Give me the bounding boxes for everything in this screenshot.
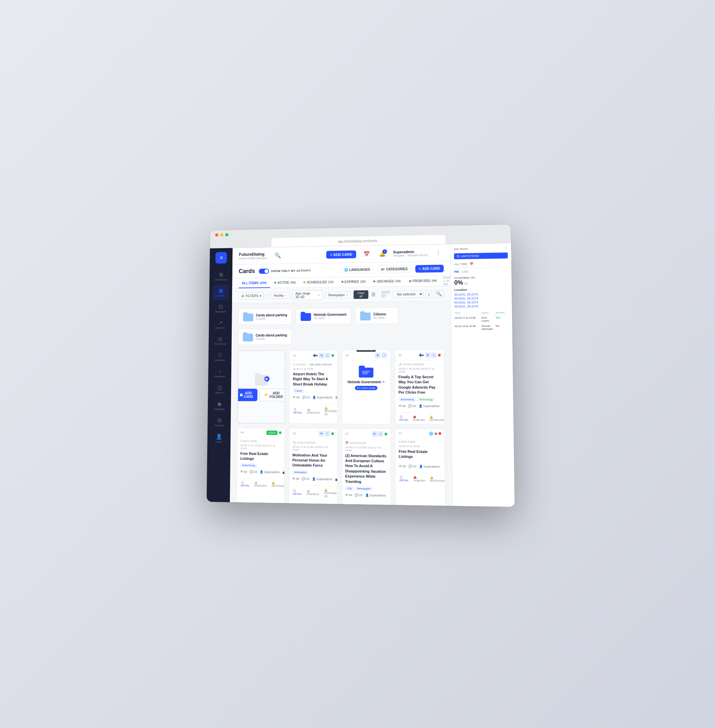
action-statistic-info[interactable]: 📊 STATISTIC [253, 481, 269, 488]
tab-scheduled[interactable]: SCHEDULED (23) [300, 277, 336, 287]
sort-direction-button[interactable]: ↓ [426, 290, 432, 297]
tab-all-count: (299) [260, 281, 267, 284]
coord-4[interactable]: 50.6231, 26.2274 [454, 304, 508, 308]
type-icon-scale: 📏 [293, 441, 296, 444]
action-notifications-info2[interactable]: 🔔 NOTIFICATIONS [428, 476, 445, 484]
plus-icon: + [419, 267, 421, 270]
filter-chip-newspaper[interactable]: Newspaper × [325, 291, 351, 298]
analytics-icon: ⬡ [218, 352, 222, 358]
action-publish-short[interactable]: 📤 PUBLISH [412, 414, 426, 422]
clear-all-button[interactable]: Clear all [353, 290, 368, 299]
sidebar-item-users[interactable]: 👤 Users [211, 430, 228, 446]
sidebar-item-dashboard[interactable]: ⊞ Dashboard [213, 268, 229, 284]
action-detail-scale[interactable]: 📋 DETAIL [292, 487, 303, 498]
sidebar-item-retention[interactable]: ↕ Retention [211, 365, 228, 381]
toggle-track[interactable] [259, 268, 269, 274]
si-d2: + [378, 431, 383, 437]
folder-card-citizens[interactable]: Citizens 99 cards [355, 307, 398, 324]
sidebar-item-reports[interactable]: ⊟ Reports [211, 414, 228, 430]
add-card-button-empty[interactable]: ▣ ADD CARD [237, 389, 258, 401]
search-button[interactable]: 🔍 [275, 252, 281, 258]
cards-inside-badge: 23 Cards inside [355, 386, 378, 390]
action-detail-info[interactable]: 📋 DETAIL [239, 480, 251, 488]
sort-select[interactable]: Not selected [392, 290, 424, 297]
card-number-info2: 41 [398, 431, 402, 434]
card-number-short: 39 [398, 353, 401, 357]
action-detail-short[interactable]: 📋 DETAIL [398, 414, 410, 422]
action-statistic-date[interactable]: 📊 STATISTIC [358, 503, 374, 506]
folder-card-helsinki[interactable]: Helsinki Government 33 cards [296, 308, 351, 325]
more-menu-button[interactable]: ⋮ [433, 247, 444, 258]
browser-dots [215, 228, 505, 237]
filters-button[interactable]: ⚙ FILTERS ▾ [238, 292, 264, 299]
chip-remove-newspaper[interactable]: × [346, 293, 348, 297]
folder-card-parking1[interactable]: Cards about parking 0 cards [238, 308, 292, 325]
delete-icon[interactable]: 🗑 [371, 291, 376, 297]
row2-name: Roman Stelmakh [482, 324, 495, 330]
stat-comments-short: 💬 23 [408, 404, 416, 407]
line-tab[interactable]: LINE [462, 270, 468, 273]
all-time-tab[interactable]: ALL TIME [454, 262, 468, 266]
action-detail-info2[interactable]: 📋 DETAIL [398, 475, 410, 482]
card-body-scale: 📏 SCALE RANGE 18.09.17 at 15:58–18.09.17… [289, 438, 337, 485]
limitations-button[interactable]: ⚙ LIMITATIONS [454, 252, 508, 259]
add-card-button[interactable]: + ADD CARD [415, 264, 443, 272]
action-notifications-info[interactable]: 🔔 NOTIFICATIONS [270, 481, 285, 488]
tab-active[interactable]: ACTIVE (99) [271, 278, 299, 288]
action-notifications-short[interactable]: 🔔 NOTIFICATIONS [428, 414, 445, 422]
coord-1[interactable]: 50.6231, 26.2274 [454, 292, 508, 296]
action-statistic-yesno[interactable]: 📊 STATISTIC [306, 406, 321, 416]
action-statistic-scale[interactable]: 📊 STATISTIC [305, 487, 321, 498]
nav-add-card-button[interactable]: + ADD CARD [326, 250, 356, 258]
languages-button[interactable]: 🌐 LANGUAGES [340, 266, 374, 274]
tab-archived[interactable]: ARCHIVED (39) [370, 276, 404, 286]
action-notified-scale[interactable]: 🔔 NOTIFIED (4) [323, 488, 338, 498]
categories-button[interactable]: 🏷 CATEGORIES [378, 265, 411, 273]
sidebar-item-analytics[interactable]: ⬡ Analytics [211, 349, 228, 364]
calendar-button[interactable]: 📅 [362, 249, 372, 259]
sidebar-item-metrics[interactable]: ◫ Metrics [211, 381, 228, 397]
tab-expired[interactable]: EXPIRED (39) [338, 277, 369, 287]
chip-remove-age[interactable]: × [318, 293, 320, 297]
card-stats-info: 👁 69 💬 23 👤 Superadmin 📷 ⊡ [240, 470, 281, 474]
action-detail-yesno[interactable]: 📋 DETAIL [292, 406, 303, 416]
action-detail-date[interactable]: 📋 DETAIL [345, 503, 356, 506]
tab-from-rss[interactable]: ⊕ FROM RSS (99) [405, 276, 440, 286]
sidebar-label-dashboard: Dashboard [215, 278, 228, 281]
chip-remove-yesno[interactable]: × [285, 294, 287, 297]
type-icons-date: ✚ + [372, 431, 383, 436]
sidebar-item-rss[interactable]: ◎ RSS Feed [212, 333, 229, 348]
sidebar-item-open-dl[interactable]: ↗ Open DL [212, 317, 229, 332]
filter-chip-age[interactable]: Age range 30–60 × [292, 290, 323, 300]
minimize-dot[interactable] [220, 233, 223, 236]
sidebar-logo[interactable]: ≡ [216, 252, 227, 264]
maximize-dot[interactable] [225, 233, 228, 236]
pie-tab[interactable]: PIE [454, 270, 459, 273]
user-profile[interactable]: Superadmin Tampere · Tampere Room [393, 249, 427, 257]
row1-name: Emo Launo [481, 316, 494, 322]
tab-all-items[interactable]: ALL ITEMS (299) [239, 278, 270, 288]
filter-chip-yesno[interactable]: Yes/No × [271, 292, 290, 298]
coord-3[interactable]: 50.6231, 26.2274 [454, 300, 508, 304]
coord-2[interactable]: 50.6231, 26.2274 [454, 296, 508, 300]
activity-toggle[interactable]: SHOW ONLY MY ACTIVITY [259, 268, 311, 274]
folder-card-parking2[interactable]: Cards about parking 0 cards [238, 328, 292, 345]
sidebar-item-feedback[interactable]: ⊡ Feedback [212, 300, 229, 316]
chip-label-newspaper: Newspaper [328, 293, 345, 297]
add-folder-button[interactable]: 📁 ADD FOLDER [259, 389, 286, 401]
sidebar-item-cards[interactable]: ▣ Cards [213, 284, 229, 300]
close-dot[interactable] [215, 233, 219, 237]
action-publish-info2[interactable]: 📤 PUBLISH [412, 475, 426, 483]
search-filter-button[interactable]: 🔍 [434, 290, 444, 297]
action-notified-yesno[interactable]: 🔔 NOTIFIED (5) [323, 406, 338, 416]
sidebar-item-targeting[interactable]: ◉ Targeting [211, 398, 228, 414]
row2-answer: No [496, 324, 509, 330]
edit-icon[interactable]: ✏ [382, 380, 385, 384]
notifications-button[interactable]: 🔔 1 [377, 248, 388, 259]
stat-author-info2: 👤 Superadmin [419, 464, 440, 468]
more-right-icon[interactable]: ⋮ [504, 247, 507, 250]
col-time: Time [454, 311, 480, 314]
action-notifications-date[interactable]: 🔔 NOTIFICATIONS [376, 504, 391, 506]
tab-scheduled-label: SCHEDULED [307, 280, 327, 284]
calendar-tab[interactable]: 📅 [469, 262, 473, 265]
